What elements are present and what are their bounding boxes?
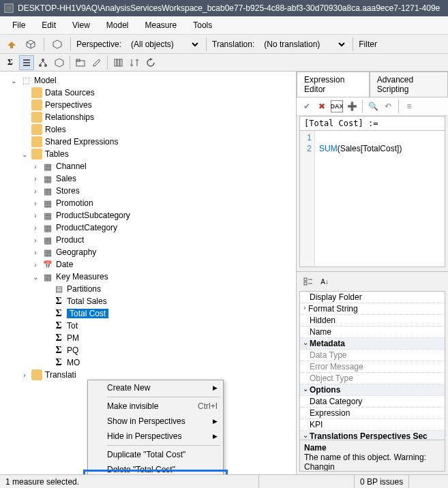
code-area[interactable]: SUM(Sales[TotalCost]): [315, 131, 406, 266]
prop-data-category[interactable]: Data Category: [300, 396, 445, 408]
separator: [107, 56, 108, 70]
cm-hide-perspectives[interactable]: Hide in Perspectives▶: [88, 429, 223, 444]
list-view-icon[interactable]: [19, 55, 34, 70]
alphabetical-icon[interactable]: A↓: [317, 274, 332, 289]
cm-show-perspectives[interactable]: Show in Perspectives▶: [88, 414, 223, 429]
cancel-icon[interactable]: ✖: [316, 100, 328, 112]
cube-icon[interactable]: [23, 37, 38, 52]
prop-kpi[interactable]: KPI: [300, 419, 445, 431]
tree-table-promotion[interactable]: ›Promotion: [0, 197, 296, 209]
folder-nav-icon[interactable]: [73, 55, 88, 70]
prop-error-message[interactable]: Error Message: [300, 361, 445, 373]
date-icon: [42, 259, 53, 270]
tree-table-stores[interactable]: ›Stores: [0, 185, 296, 197]
prop-display-folder[interactable]: Display Folder: [300, 292, 445, 303]
prop-name[interactable]: Name: [300, 326, 445, 338]
prop-format-string[interactable]: ›Format String: [300, 303, 445, 315]
menu-file[interactable]: File: [5, 19, 32, 31]
property-toolbar: A↓: [297, 271, 448, 291]
edit-icon[interactable]: [89, 55, 104, 70]
comment-icon[interactable]: ≡: [403, 100, 415, 112]
cm-make-invisible[interactable]: Make invisibleCtrl+I: [88, 399, 223, 414]
tree-table-channel[interactable]: ›Channel: [0, 160, 296, 172]
tree-measure-totalsales[interactable]: Total Sales: [0, 295, 296, 307]
tab-expression-editor[interactable]: Expression Editor: [297, 72, 370, 97]
tree-table-date[interactable]: ›Date: [0, 258, 296, 271]
tree-measure-mo[interactable]: MO: [0, 356, 296, 369]
table-icon: [42, 247, 53, 258]
tree-measure-pm[interactable]: PM: [0, 332, 296, 344]
sort-icon[interactable]: [127, 55, 142, 70]
menu-edit[interactable]: Edit: [35, 19, 63, 31]
svg-point-8: [39, 64, 42, 67]
tab-advanced-scripting[interactable]: Advanced Scripting: [370, 72, 448, 97]
refresh-icon[interactable]: [143, 55, 158, 70]
tree-measure-totalcost[interactable]: Total Cost: [0, 307, 296, 320]
tree-table-productcat[interactable]: ›ProductCategory: [0, 222, 296, 234]
menu-measure[interactable]: Measure: [138, 19, 184, 31]
tree-model[interactable]: ⌄Model: [0, 74, 296, 87]
prop-object-type[interactable]: Object Type: [300, 373, 445, 384]
cm-duplicate[interactable]: Duplicate "Total Cost": [88, 447, 223, 462]
model-tree-pane: ⌄Model Data Sources Perspectives Relatio…: [0, 72, 297, 474]
expression-editor[interactable]: 1 2 SUM(Sales[TotalCost]): [299, 131, 445, 267]
translation-dropdown[interactable]: (No translation): [258, 37, 347, 51]
search-icon[interactable]: 🔍: [367, 100, 379, 112]
undo-icon[interactable]: ↶: [382, 100, 394, 112]
folder-icon: [31, 136, 42, 147]
folder-icon: [31, 100, 42, 110]
accept-icon[interactable]: ✔: [301, 100, 313, 112]
menu-tools[interactable]: Tools: [186, 19, 219, 31]
insert-icon[interactable]: ➕: [346, 100, 358, 112]
menu-model[interactable]: Model: [100, 19, 136, 31]
categorized-icon[interactable]: [301, 274, 316, 289]
tree-table-sales[interactable]: ›Sales: [0, 172, 296, 185]
gutter: 1 2: [300, 131, 315, 266]
tree-measure-tot[interactable]: Tot: [0, 320, 296, 332]
measure-icon: [53, 333, 64, 344]
editor-tabs: Expression Editor Advanced Scripting: [297, 72, 448, 97]
separator: [362, 100, 363, 113]
separator: [353, 37, 353, 51]
prop-data-type[interactable]: Data Type: [300, 350, 445, 361]
measure-icon: [53, 308, 64, 319]
menu-view[interactable]: View: [65, 19, 97, 31]
tree-table-geography[interactable]: ›Geography: [0, 246, 296, 258]
prop-hidden[interactable]: Hidden: [300, 315, 445, 326]
hierarchy-view-icon[interactable]: [35, 55, 50, 70]
perspective-dropdown[interactable]: (All objects): [125, 37, 200, 51]
cm-create-new[interactable]: Create New▶: [88, 380, 223, 395]
model-icon: [20, 75, 31, 86]
tree-partitions[interactable]: Partitions: [0, 283, 296, 295]
cm-delete[interactable]: Delete "Total Cost": [88, 462, 223, 474]
dax-format-icon[interactable]: DAX: [331, 100, 343, 112]
columns-icon[interactable]: [110, 55, 125, 70]
status-middle: [259, 475, 355, 488]
filter-label: Filter: [359, 40, 377, 49]
prop-group-options[interactable]: Options: [300, 384, 445, 396]
tree-tables[interactable]: ⌄Tables: [0, 148, 296, 160]
tree-measure-pq[interactable]: PQ: [0, 344, 296, 356]
property-grid[interactable]: Display Folder ›Format String Hidden Nam…: [299, 291, 445, 440]
tree-folder-perspectives[interactable]: Perspectives: [0, 99, 296, 111]
svg-rect-16: [304, 278, 307, 281]
tree-table-productsubcat[interactable]: ›ProductSubcategory: [0, 209, 296, 222]
tree-folder-roles[interactable]: Roles: [0, 123, 296, 136]
prop-expression[interactable]: Expression: [300, 408, 445, 419]
tree-table-keymeasures[interactable]: ⌄Key Measures: [0, 271, 296, 283]
sigma-view-icon[interactable]: Σ: [3, 55, 18, 70]
submenu-arrow-icon: ▶: [213, 418, 218, 425]
svg-rect-12: [115, 59, 117, 66]
prop-group-metadata[interactable]: Metadata: [300, 338, 445, 350]
table-icon: [42, 222, 53, 233]
tree-folder-sharedexpr[interactable]: Shared Expressions: [0, 136, 296, 148]
tree-table-product[interactable]: ›Product: [0, 234, 296, 246]
separator: [70, 56, 70, 70]
cube3-icon[interactable]: [52, 55, 67, 70]
deploy-icon[interactable]: [4, 37, 19, 52]
cube2-icon[interactable]: [50, 37, 65, 52]
measure-icon: [53, 320, 64, 331]
tree-folder-datasources[interactable]: Data Sources: [0, 87, 296, 99]
prop-group-translations[interactable]: Translations Perspectives Sec: [300, 431, 445, 440]
tree-folder-relationships[interactable]: Relationships: [0, 111, 296, 123]
